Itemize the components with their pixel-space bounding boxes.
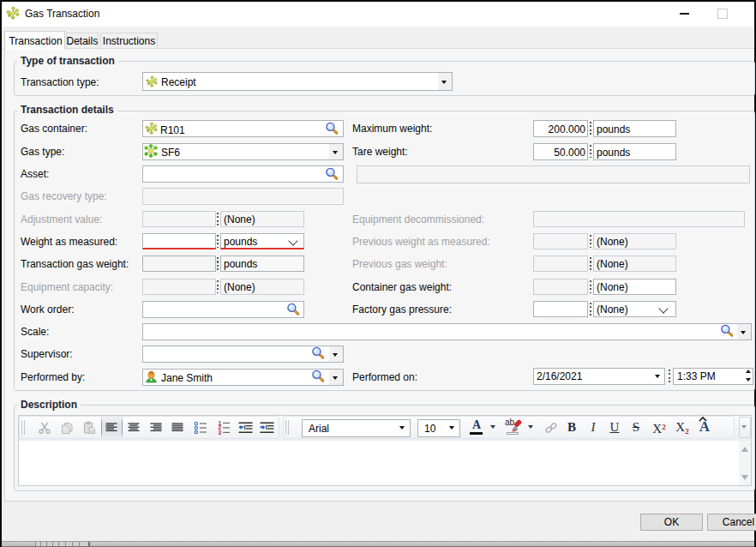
svg-text:3: 3 bbox=[219, 430, 222, 436]
